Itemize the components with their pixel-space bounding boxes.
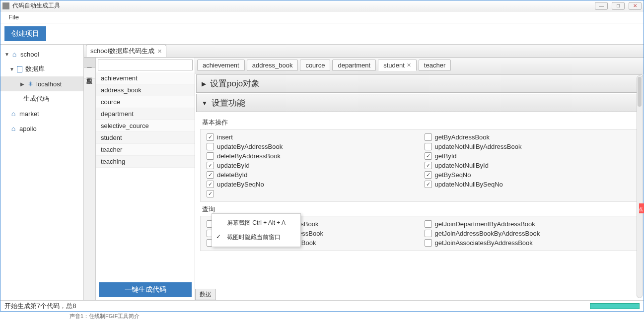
expand-arrow-icon[interactable]: ▶ <box>20 81 26 87</box>
vtab-main-panel[interactable]: 主面板 <box>84 68 95 78</box>
op-item[interactable]: updateBySeqNo <box>207 181 415 188</box>
menu-file[interactable]: File <box>4 12 23 22</box>
app-window: 代码自动生成工具 — □ ✕ File 创建项目 ▼ ⌂ school ▼ 数据… <box>0 0 644 312</box>
op-item[interactable]: updateNotNullByAddressBook <box>425 143 633 150</box>
vertical-scrollbar[interactable] <box>637 75 643 298</box>
list-item[interactable]: department <box>96 108 195 120</box>
status-text: 开始生成第7个代码，总8 <box>4 302 590 311</box>
entity-tab-active[interactable]: student✕ <box>378 60 417 71</box>
close-button[interactable]: ✕ <box>629 2 642 10</box>
home-icon: ⌂ <box>9 110 17 118</box>
ops-grid-basic: insert getByAddressBook updateByAddressB… <box>200 129 639 202</box>
entity-tab[interactable]: cource <box>300 60 330 71</box>
ctx-screenshot[interactable]: 屏幕截图 Ctrl + Alt + A <box>212 216 300 230</box>
op-item[interactable]: getJoinAddressBookByAddressBook <box>425 230 633 237</box>
tree-item-gencode[interactable]: 生成代码 <box>0 91 83 106</box>
expand-arrow-icon[interactable]: ▼ <box>4 52 10 57</box>
checkbox[interactable] <box>207 171 214 179</box>
acc-title: 设置功能 <box>212 97 245 109</box>
entity-tab[interactable]: teacher <box>419 60 451 71</box>
tree-label: apollo <box>19 125 37 132</box>
chevron-right-icon: ▶ <box>202 80 206 87</box>
checkbox[interactable] <box>207 133 214 141</box>
tree-item-localhost[interactable]: ▶ ✳ localhost <box>0 76 83 91</box>
file-tabs: school数据库代码生成 ✕ <box>84 45 644 58</box>
accordion-header-func[interactable]: ▼ 设置功能 <box>196 94 643 112</box>
op-item[interactable]: getBySeqNo <box>425 171 633 179</box>
op-item[interactable]: updateNotNullBySeqNo <box>425 181 633 188</box>
op-item[interactable]: updateById <box>207 162 415 169</box>
list-item[interactable]: selective_cource <box>96 120 195 132</box>
accordion: ▶ 设置pojo对象 ▼ 设置功能 基本操作 insert getByAddre… <box>195 73 644 300</box>
checkbox[interactable] <box>425 171 432 179</box>
checkbox[interactable] <box>207 152 214 160</box>
op-item[interactable]: getJoinAssociatesByAddressBook <box>425 239 633 247</box>
scroll-thumb[interactable] <box>638 77 642 107</box>
checkbox[interactable] <box>425 143 432 150</box>
tree-item-market[interactable]: ⌂ market <box>0 106 83 121</box>
window-controls: — □ ✕ <box>595 2 642 10</box>
entity-tab[interactable]: address_book <box>247 60 298 71</box>
op-item[interactable] <box>207 190 415 197</box>
list-item[interactable]: teacher <box>96 144 195 156</box>
close-icon[interactable]: ✕ <box>157 48 162 55</box>
generate-code-button[interactable]: 一键生成代码 <box>99 282 192 297</box>
checkbox[interactable] <box>425 239 432 247</box>
tree-item-school[interactable]: ▼ ⌂ school <box>0 47 83 62</box>
op-item[interactable]: deleteById <box>207 171 415 179</box>
acc-title: 设置pojo对象 <box>210 78 260 89</box>
detail-panel: achievement address_book cource departme… <box>195 58 644 300</box>
accordion-header-pojo[interactable]: ▶ 设置pojo对象 <box>196 74 643 93</box>
checkbox[interactable] <box>425 230 432 237</box>
ctx-hide-window[interactable]: ✓ 截图时隐藏当前窗口 <box>212 230 300 245</box>
tab-label: school数据库代码生成 <box>90 47 154 56</box>
tree-item-apollo[interactable]: ⌂ apollo <box>0 121 83 136</box>
expand-arrow-icon[interactable]: ▼ <box>9 66 15 72</box>
checkbox[interactable] <box>425 152 432 160</box>
checkbox[interactable] <box>425 162 432 169</box>
progress-bar <box>590 303 640 309</box>
checkbox[interactable] <box>207 190 214 197</box>
section-query-ops: 查询 <box>202 205 639 214</box>
list-item[interactable]: address_book <box>96 84 195 96</box>
checkbox[interactable] <box>207 143 214 150</box>
list-item[interactable]: cource <box>96 96 195 108</box>
checkbox[interactable] <box>425 133 432 141</box>
op-item[interactable]: getById <box>425 152 633 160</box>
op-item[interactable]: getByAddressBook <box>425 133 633 141</box>
table-search-input[interactable] <box>98 60 193 70</box>
tree-item-database[interactable]: ▼ 数据库 <box>0 62 83 76</box>
minimize-button[interactable]: — <box>595 2 608 10</box>
database-icon <box>15 65 23 73</box>
checkbox[interactable] <box>425 220 432 228</box>
op-item[interactable]: deleteByAddressBook <box>207 152 415 160</box>
side-tag[interactable]: 点 <box>639 203 644 213</box>
content-area: school数据库代码生成 ✕ 设置 主面板 achievement addre… <box>84 45 644 300</box>
list-item[interactable]: achievement <box>96 72 195 84</box>
create-project-button[interactable]: 创建项目 <box>4 26 46 41</box>
table-list-panel: achievement address_book cource departme… <box>96 58 195 300</box>
statusbar: 开始生成第7个代码，总8 <box>0 300 644 311</box>
op-item[interactable]: updateNotNullById <box>425 162 633 169</box>
cropped-text: 声音1：住线制FGIF工具简介 <box>70 313 140 320</box>
maximize-button[interactable]: □ <box>612 2 625 10</box>
tree-label: localhost <box>36 80 62 88</box>
bottom-tab-data[interactable]: 数据 <box>195 289 216 300</box>
checkbox[interactable] <box>425 181 432 188</box>
close-icon[interactable]: ✕ <box>407 62 411 68</box>
menubar: File <box>0 11 644 23</box>
list-item[interactable]: teaching <box>96 156 195 168</box>
entity-tab[interactable]: department <box>332 60 376 71</box>
list-item[interactable]: student <box>96 132 195 144</box>
main-area: ▼ ⌂ school ▼ 数据库 ▶ ✳ localhost 生成代码 ⌂ ma… <box>0 44 644 300</box>
bluetooth-icon: ✳ <box>26 80 34 88</box>
op-item[interactable]: insert <box>207 133 415 141</box>
vtab-settings[interactable]: 设置 <box>84 58 95 68</box>
checkbox[interactable] <box>207 181 214 188</box>
home-icon: ⌂ <box>9 125 17 132</box>
entity-tab[interactable]: achievement <box>197 60 245 71</box>
op-item[interactable]: getJoinDepartmentByAddressBook <box>425 220 633 228</box>
checkbox[interactable] <box>207 162 214 169</box>
op-item[interactable]: updateByAddressBook <box>207 143 415 150</box>
file-tab[interactable]: school数据库代码生成 ✕ <box>86 45 166 57</box>
